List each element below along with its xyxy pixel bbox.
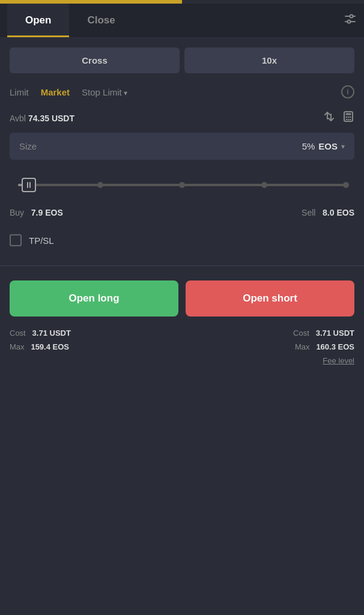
slider-tick-100 <box>343 182 349 188</box>
cost-long: Cost 3.71 USDT <box>10 329 71 338</box>
cross-button[interactable]: Cross <box>10 47 180 73</box>
available-label: Avbl <box>10 114 26 123</box>
order-type-stop-limit[interactable]: Stop Limit <box>82 87 127 97</box>
slider-container <box>12 174 352 196</box>
slider-track <box>18 184 346 186</box>
slider-thumb-line-right <box>29 182 31 188</box>
slider-tick-25 <box>97 182 103 188</box>
sell-amount: Sell 8.0 EOS <box>302 208 354 217</box>
order-type-market[interactable]: Market <box>41 87 70 97</box>
svg-rect-10 <box>346 117 348 118</box>
transfer-icon[interactable] <box>323 111 335 126</box>
size-percent: 5% <box>302 141 315 151</box>
size-label: Size <box>19 141 37 151</box>
tpsl-checkbox[interactable] <box>10 234 22 246</box>
action-buttons: Open long Open short <box>10 280 354 317</box>
calculator-icon[interactable] <box>342 111 354 126</box>
cost-row-1: Cost 3.71 USDT Cost 3.71 USDT <box>10 329 354 338</box>
settings-icon[interactable] <box>344 13 357 29</box>
tab-close[interactable]: Close <box>69 4 133 37</box>
cost-row-2: Max 159.4 EOS Max 160.3 EOS <box>10 342 354 351</box>
info-icon[interactable]: i <box>341 85 354 98</box>
tpsl-row: TP/SL <box>10 234 354 246</box>
size-currency: EOS <box>318 141 338 151</box>
open-short-button[interactable]: Open short <box>186 280 354 317</box>
buy-sell-row: Buy 7.9 EOS Sell 8.0 EOS <box>10 208 354 217</box>
margin-row: Cross 10x <box>10 47 354 73</box>
main-content: Cross 10x Limit Market Stop Limit i Avbl… <box>0 38 364 615</box>
tab-open[interactable]: Open <box>7 4 69 37</box>
max-short: Max 160.3 EOS <box>295 342 354 351</box>
tpsl-label: TP/SL <box>29 235 54 246</box>
avbl-icons <box>323 111 354 126</box>
svg-rect-13 <box>346 119 348 120</box>
slider-thumb[interactable] <box>22 178 36 192</box>
fee-level-link[interactable]: Fee level <box>10 356 354 371</box>
slider-thumb-inner <box>27 182 31 188</box>
slider-tick-75 <box>261 182 267 188</box>
size-dropdown-icon[interactable]: ▾ <box>341 142 345 151</box>
svg-rect-15 <box>350 119 351 120</box>
svg-rect-12 <box>350 117 351 118</box>
tabs-row: Open Close <box>0 4 364 38</box>
slider-tick-50 <box>179 182 185 188</box>
svg-rect-14 <box>348 119 350 120</box>
open-long-button[interactable]: Open long <box>10 280 178 317</box>
divider <box>0 265 364 266</box>
available-value: 74.35 USDT <box>28 114 74 123</box>
buy-amount: Buy 7.9 EOS <box>10 208 63 217</box>
slider-thumb-line-left <box>27 182 28 188</box>
slider-section <box>10 174 354 196</box>
available-row: Avbl 74.35 USDT <box>10 111 354 126</box>
svg-rect-11 <box>348 117 350 118</box>
max-long: Max 159.4 EOS <box>10 342 69 351</box>
leverage-button[interactable]: 10x <box>184 47 354 73</box>
svg-rect-9 <box>346 114 351 115</box>
order-type-limit[interactable]: Limit <box>10 87 29 97</box>
cost-short: Cost 3.71 USDT <box>293 329 354 338</box>
order-type-row: Limit Market Stop Limit i <box>10 85 354 98</box>
size-value: 5% EOS ▾ <box>302 141 345 151</box>
size-input-box[interactable]: Size 5% EOS ▾ <box>10 133 354 160</box>
